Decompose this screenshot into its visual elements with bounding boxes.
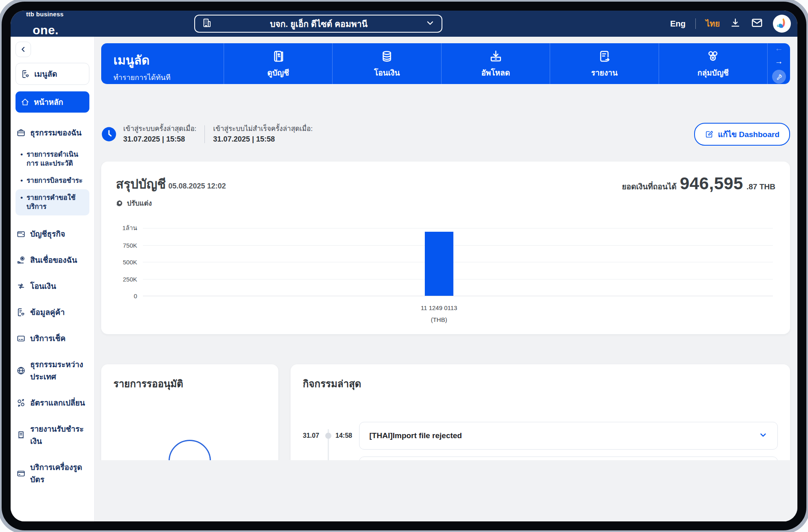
- sidebar-item-label: หน้าหลัก: [34, 96, 63, 108]
- screenshot-stage: ttb business one. บจก. ยูเอ็ก ดีไซต์ คอม…: [0, 0, 808, 532]
- quick-item-account-groups[interactable]: กลุ่มบัญชี: [659, 43, 767, 84]
- last-failed-login-block: เข้าสู่ระบบไม่สำเร็จครั้งล่าสุดเมื่อ: 31…: [213, 124, 313, 145]
- report-export-icon: [597, 49, 612, 64]
- activity-date: 31.07: [303, 432, 323, 439]
- quick-item-view-accounts[interactable]: ดูบัญชี: [224, 43, 332, 84]
- sidebar-subitem-pending-history[interactable]: • รายการรอดำเนินการ และประวัติ: [16, 146, 89, 172]
- download-icon[interactable]: [730, 17, 741, 30]
- y-tick: 0: [134, 293, 137, 299]
- timeline-dot: [325, 433, 331, 439]
- account-group-icon: [706, 49, 720, 64]
- mail-icon[interactable]: [751, 17, 763, 31]
- customize-button[interactable]: ปรับแต่ง: [116, 197, 226, 208]
- summary-timestamp: 05.08.2025 12:02: [168, 182, 226, 190]
- quick-item-transfer[interactable]: โอนเงิน: [332, 43, 441, 84]
- avatar[interactable]: [773, 15, 791, 33]
- recent-activity-title: กิจกรรมล่าสุด: [303, 376, 778, 392]
- card-machine-icon: [16, 469, 26, 478]
- balance-fraction: .87 THB: [746, 182, 775, 191]
- login-info-row: เข้าสู่ระบบครั้งล่าสุดเมื่อ: 31.07.2025 …: [101, 122, 790, 147]
- sidebar-item-exchange-rates[interactable]: อัตราแลกเปลี่ยน: [16, 392, 89, 414]
- sidebar-item-international[interactable]: ธุรกรรมระหว่างประเทศ: [16, 353, 89, 388]
- summary-header: สรุปบัญชี05.08.2025 12:02 ปรับแต่ง ยอดเง…: [116, 174, 775, 208]
- quick-item-label: อัพโหลด: [481, 66, 510, 79]
- gridline: 1ล้าน: [143, 228, 773, 228]
- sidebar-item-label: อัตราแลกเปลี่ยน: [30, 397, 85, 409]
- sidebar-item-my-loans[interactable]: สินเชื่อของฉัน: [16, 249, 89, 271]
- sidebar-item-label: ธุรกรรมระหว่างประเทศ: [30, 358, 89, 383]
- logo-business-label: ttb business: [26, 11, 66, 17]
- gridline: 250K: [143, 279, 773, 279]
- clock-icon: [101, 126, 117, 142]
- gear-icon: [116, 199, 124, 207]
- sidebar-item-my-transactions[interactable]: ธุรกรรมของฉัน: [16, 122, 89, 144]
- cheque-icon: [16, 334, 26, 343]
- balance-amount: 946,595: [680, 174, 743, 193]
- receipt-icon: [16, 430, 26, 440]
- coins-icon: [380, 49, 394, 64]
- bullet: •: [20, 150, 23, 159]
- quick-item-label: โอนเงิน: [374, 66, 400, 79]
- quick-item-label: ดูบัญชี: [267, 66, 289, 79]
- activity-message-expander[interactable]: [THAI]Import file rejected: [359, 422, 778, 450]
- sidebar-item-label: บริการเช็ค: [30, 332, 66, 344]
- quick-item-upload[interactable]: อัพโหลด: [441, 43, 550, 84]
- content-split: เมนูลัด หน้าหลัก ธุรกรรมของฉัน • รายการร…: [11, 37, 797, 521]
- activity-item: 31.07 14:58 [THAI]Import file rejected: [303, 422, 778, 450]
- y-tick: 500K: [123, 259, 137, 266]
- lang-eng[interactable]: Eng: [670, 19, 686, 29]
- edit-icon: [705, 130, 714, 139]
- gridline: 500K: [143, 262, 773, 262]
- sidebar-item-cheque-services[interactable]: บริการเช็ค: [16, 327, 89, 349]
- sidebar-collapse-button[interactable]: [16, 42, 31, 57]
- loan-baht-icon: [16, 255, 26, 265]
- sidebar-item-transfer[interactable]: โอนเงิน: [16, 275, 89, 297]
- account-number-label: 11 1249 0113: [421, 302, 457, 314]
- pager-right-arrow[interactable]: →: [772, 57, 786, 66]
- last-failed-login-label: เข้าสู่ระบบไม่สำเร็จครั้งล่าสุดเมื่อ:: [213, 124, 313, 134]
- sidebar-item-card-machine[interactable]: บริการเครื่องรูดบัตร: [16, 456, 89, 490]
- summary-title-block: สรุปบัญชี05.08.2025 12:02 ปรับแต่ง: [116, 174, 226, 208]
- quick-item-label: กลุ่มบัญชี: [697, 66, 729, 79]
- customize-label: ปรับแต่ง: [127, 197, 152, 208]
- activity-timeline: [323, 422, 334, 450]
- lang-thai[interactable]: ไทย: [706, 17, 720, 30]
- currency-unit-label: (THB): [421, 314, 457, 326]
- quick-item-reports[interactable]: รายงาน: [550, 43, 658, 84]
- login-divider: [204, 125, 205, 143]
- top-navbar: ttb business one. บจก. ยูเอ็ก ดีไซต์ คอม…: [11, 11, 797, 37]
- sidebar-subitem-service-requests[interactable]: • รายการคำขอใช้บริการ: [16, 189, 89, 215]
- edit-dashboard-label: แก้ไข Dashboard: [718, 128, 779, 140]
- sidebar-item-shortcut-menu[interactable]: เมนูลัด: [16, 63, 89, 85]
- wallet-icon: [16, 229, 26, 239]
- sidebar-item-partner-data[interactable]: ข้อมูลคู่ค้า: [16, 301, 89, 323]
- sidebar-item-business-accounts[interactable]: บัญชีธุรกิจ: [16, 223, 89, 245]
- sidebar-subitem-label: รายการคำขอใช้บริการ: [27, 193, 86, 211]
- sidebar-item-label: รายงานรับชำระเงิน: [30, 423, 89, 447]
- quick-menu-bar: เมนูลัด ทำรายการได้ทันที ดูบัญชี โอนเงิน…: [101, 43, 790, 84]
- transfer-icon: [16, 282, 26, 291]
- balance-label: ยอดเงินที่ถอนได้: [622, 180, 677, 193]
- upload-icon: [488, 49, 503, 64]
- quick-menu-subtitle: ทำรายการได้ทันที: [113, 71, 224, 83]
- quick-menu-title-block: เมนูลัด ทำรายการได้ทันที: [101, 43, 224, 84]
- wrench-icon[interactable]: [772, 70, 786, 84]
- logo-one-label: one.: [26, 18, 66, 36]
- chart-bar[interactable]: [425, 232, 453, 296]
- sidebar-item-payment-reports[interactable]: รายงานรับชำระเงิน: [16, 418, 89, 452]
- ttb-business-one-logo: ttb business one.: [26, 11, 66, 36]
- sidebar-subitem-label: รายการบิลรอชำระ: [27, 176, 83, 185]
- home-icon: [20, 98, 30, 107]
- last-failed-login-value: 31.07.2025 | 15:58: [213, 134, 313, 144]
- edit-dashboard-button[interactable]: แก้ไข Dashboard: [694, 123, 790, 146]
- lang-divider: [695, 18, 696, 29]
- pager-left-arrow[interactable]: ←: [772, 44, 786, 53]
- doc-heart-icon: [16, 308, 26, 317]
- chart-plot-area: 1ล้าน 750K 500K 250K 0 11 1249 0113 (THB…: [143, 228, 773, 296]
- sidebar-subitem-pending-bills[interactable]: • รายการบิลรอชำระ: [16, 172, 89, 189]
- last-login-label: เข้าสู่ระบบครั้งล่าสุดเมื่อ:: [123, 124, 196, 134]
- sidebar-item-label: โอนเงิน: [30, 280, 56, 292]
- sidebar-item-label: สินเชื่อของฉัน: [30, 254, 77, 266]
- sidebar-item-home[interactable]: หน้าหลัก: [16, 91, 89, 113]
- company-selector[interactable]: บจก. ยูเอ็ก ดีไซต์ คอมพานี: [194, 15, 442, 33]
